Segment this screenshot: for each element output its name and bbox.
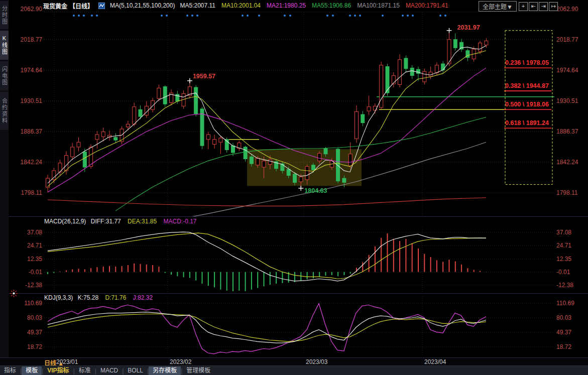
kdj-j-value: J:82.32 bbox=[133, 294, 153, 301]
all-themes-button[interactable]: 全部主题▼ bbox=[479, 1, 517, 12]
toolbar-tab-VIP指标[interactable]: VIP指标 bbox=[43, 366, 73, 375]
macd-value: MACD:-0.17 bbox=[163, 218, 196, 225]
symbol-name: 现货黄金 bbox=[43, 2, 67, 10]
fib-level-label: 0.500 \ 1918.06 bbox=[505, 101, 549, 108]
macd-axis-label: -0.01 bbox=[29, 269, 43, 276]
toolbar-tab-标准[interactable]: 标准 bbox=[75, 366, 95, 375]
date-axis: 日线 ▲ 2023/012023/022023/032023/04 bbox=[0, 357, 588, 365]
price-axis-label: 2018.77 bbox=[21, 36, 43, 43]
toolbar-tab-指标[interactable]: 指标 bbox=[0, 366, 20, 375]
price-axis-label: 1842.24 bbox=[21, 159, 43, 166]
kdj-title: KDJ(9,3,3) bbox=[44, 294, 73, 301]
date-label: 2023/02 bbox=[170, 358, 191, 365]
macd-axis-label: 12.35 bbox=[556, 256, 571, 263]
macd-title: MACD(26,12,9) bbox=[44, 218, 86, 225]
date-label: 2023/01 bbox=[56, 358, 78, 365]
kdj-axis-label: 110.69 bbox=[24, 300, 42, 307]
ma-value-1: MA10:2001.04 bbox=[221, 2, 261, 9]
toolbar-tab-另存模板[interactable]: 另存模板 bbox=[149, 366, 181, 375]
kdj-axis-label: 110.69 bbox=[556, 300, 574, 307]
kdj-axis-label: 49.37 bbox=[556, 329, 571, 336]
fib-level-label: 0.618 \ 1891.24 bbox=[505, 119, 549, 127]
price-axis-label: 1886.37 bbox=[556, 128, 578, 135]
kdj-k-value: K:75.28 bbox=[78, 294, 98, 301]
sidebar-item-flash-chart[interactable]: 闪电图 bbox=[0, 61, 9, 90]
top-controls: 全部主题▼ +⇤⇥↦ bbox=[479, 1, 558, 12]
fib-level-label: 0.236 \ 1978.05 bbox=[505, 59, 549, 66]
price-axis-label: 1798.11 bbox=[556, 189, 578, 196]
sidebar-item-time-chart[interactable]: 分时图 bbox=[0, 1, 9, 29]
macd-axis-label: 37.08 bbox=[556, 229, 571, 236]
sidebar-item-kline-chart[interactable]: K线图 bbox=[0, 31, 9, 60]
ma-values: MA5:2007.11MA10:2001.04MA21:1980.25MA55:… bbox=[180, 2, 448, 9]
kdj-axis-label: 80.03 bbox=[27, 314, 42, 321]
price-axis-label: 1842.24 bbox=[556, 159, 578, 166]
chart-type-sidebar: 分时图 K线图 闪电图 合约资料 bbox=[0, 0, 9, 357]
trading-app: { "header": { "symbol": "现货黄金", "period"… bbox=[0, 0, 588, 375]
ma-value-5: MA200:1791.41 bbox=[406, 2, 448, 9]
popout-icon[interactable]: ↦ bbox=[549, 2, 558, 11]
chart-header: 现货黄金【日线】 MA(5,10,21,55,100,200) MA5:2007… bbox=[43, 0, 448, 11]
toolbar-tab-模板[interactable]: 模板 bbox=[22, 366, 42, 375]
macd-axis-label: 24.71 bbox=[27, 242, 42, 249]
price-axis-label: 1974.64 bbox=[556, 67, 578, 74]
price-annotation: 2031.97 bbox=[457, 24, 480, 31]
kdj-axis-label: 80.03 bbox=[556, 314, 571, 321]
price-axis-label: 1930.51 bbox=[556, 97, 578, 104]
macd-axis-label: 37.08 bbox=[27, 229, 42, 236]
bottom-toolbar: 指标|模板|VIP指标|标准|MACD|BOLL|另存模板|管理模板 bbox=[0, 365, 588, 375]
crosshair-icon[interactable]: + bbox=[519, 2, 528, 11]
toolbar-tab-BOLL[interactable]: BOLL bbox=[124, 366, 147, 375]
period-tag: 【日线】 bbox=[69, 2, 93, 10]
toolbar-tab-MACD[interactable]: MACD bbox=[96, 366, 122, 375]
scroll-left-icon[interactable]: ⇤ bbox=[529, 2, 538, 11]
macd-axis-label: -12.38 bbox=[556, 282, 573, 289]
price-annotation: 1804.63 bbox=[304, 187, 327, 194]
sidebar-item-contract-info[interactable]: 合约资料 bbox=[0, 92, 9, 130]
macd-axis-label: -0.01 bbox=[556, 269, 570, 276]
chart-type-icon[interactable] bbox=[98, 3, 105, 9]
chart-canvas[interactable]: 0.236 \ 1978.050.382 \ 1944.870.500 \ 19… bbox=[0, 0, 588, 375]
macd-panel-title: MACD(26,12,9) DIFF:31.77 DEA:31.85 MACD:… bbox=[44, 218, 197, 225]
date-label: 2023/03 bbox=[306, 358, 327, 365]
price-axis-label: 1798.11 bbox=[21, 189, 43, 196]
date-label: 2023/04 bbox=[424, 358, 446, 365]
ma-value-4: MA100:1871.15 bbox=[357, 2, 400, 9]
scroll-right-icon[interactable]: ⇥ bbox=[539, 2, 548, 11]
price-axis-label: 1974.64 bbox=[21, 67, 43, 74]
toolbar-tab-管理模板[interactable]: 管理模板 bbox=[182, 366, 214, 375]
price-axis-label: 2018.77 bbox=[556, 36, 578, 43]
kdj-axis-label: 18.72 bbox=[27, 343, 42, 350]
kdj-axis-label: 49.37 bbox=[27, 329, 42, 336]
macd-axis-label: 12.35 bbox=[27, 256, 42, 263]
price-axis-label: 1886.37 bbox=[21, 128, 43, 135]
price-annotation: 1959.57 bbox=[193, 73, 215, 80]
price-axis-label: 1930.51 bbox=[21, 97, 43, 104]
kdj-d-value: D:71.76 bbox=[105, 294, 126, 301]
fib-level-label: 0.382 \ 1944.87 bbox=[505, 82, 549, 89]
ma-settings-label: MA(5,10,21,55,100,200) bbox=[110, 2, 175, 9]
price-axis-label: 2062.90 bbox=[556, 6, 578, 13]
price-axis-label: 2062.90 bbox=[21, 6, 43, 13]
macd-axis-label: -12.38 bbox=[25, 282, 42, 289]
kdj-panel-title: KDJ(9,3,3) K:75.28 D:71.76 J:82.32 bbox=[44, 294, 153, 301]
ma-value-3: MA55:1906.86 bbox=[312, 2, 351, 9]
ma-value-2: MA21:1980.25 bbox=[267, 2, 306, 9]
macd-axis-label: 24.71 bbox=[556, 242, 571, 249]
ma-value-0: MA5:2007.11 bbox=[180, 2, 215, 9]
kdj-axis-label: 18.72 bbox=[556, 343, 571, 350]
indicator-settings-icon[interactable] bbox=[10, 290, 18, 297]
macd-dea-value: DEA:31.85 bbox=[128, 218, 157, 225]
macd-diff-value: DIFF:31.77 bbox=[91, 218, 121, 225]
